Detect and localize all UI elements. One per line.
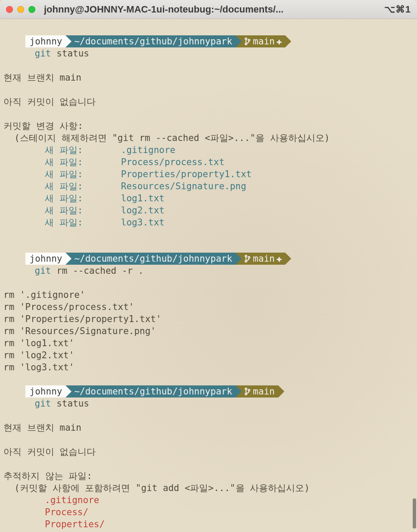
svg-point-3: [245, 255, 247, 257]
prompt-branch: main: [253, 35, 275, 47]
staged-file: [83, 157, 121, 167]
window-title: johnny@JOHNNY-MAC-1ui-noteubug:~/documen…: [44, 3, 380, 16]
staged-file: [83, 145, 121, 155]
staged-label: 새 파일:: [3, 193, 83, 203]
command-args: status: [51, 48, 90, 59]
prompt-path-segment: ~/documents/github/johnnypark: [65, 385, 236, 397]
prompt-path: ~/documents/github/johnnypark: [74, 35, 232, 47]
svg-point-5: [248, 257, 250, 258]
minimize-icon[interactable]: [17, 6, 24, 13]
output-line: 현재 브랜치 main: [3, 72, 414, 84]
staged-file: log3.txt: [121, 217, 165, 228]
git-branch-icon: [244, 38, 250, 45]
svg-point-2: [248, 39, 250, 41]
staged-label: 새 파일:: [3, 157, 83, 167]
prompt-branch-segment: main✚: [236, 35, 285, 47]
prompt-user-segment: johnny: [25, 35, 66, 47]
staged-label: 새 파일:: [3, 205, 83, 216]
svg-point-7: [245, 393, 247, 395]
git-branch-icon: [244, 255, 250, 263]
svg-point-1: [245, 43, 247, 45]
window-shortcut-label: ⌥⌘1: [384, 3, 411, 16]
prompt-user: johnny: [30, 253, 62, 265]
output-line: 아직 커밋이 없습니다: [3, 96, 414, 108]
maximize-icon[interactable]: [28, 6, 35, 13]
output-line: (커밋할 사항에 포함하려면 "git add <파일>..."을 사용하십시오…: [3, 482, 414, 494]
close-icon[interactable]: [6, 6, 13, 13]
output-line: 아직 커밋이 없습니다: [3, 446, 414, 458]
prompt-path-segment: ~/documents/github/johnnypark: [65, 253, 236, 265]
prompt-path-segment: ~/documents/github/johnnypark: [65, 35, 236, 47]
output-line: 현재 브랜치 main: [3, 422, 414, 434]
prompt-path: ~/documents/github/johnnypark: [74, 385, 232, 397]
output-line: [3, 434, 414, 446]
prompt-path: ~/documents/github/johnnypark: [74, 253, 232, 265]
command-git: git: [35, 266, 51, 276]
command-input: git rm --cached -r .: [35, 266, 144, 276]
staged-file: log2.txt: [121, 205, 165, 216]
prompt: johnny ~/documents/github/johnnypark mai…: [25, 253, 286, 265]
staged-file: [83, 217, 121, 228]
prompt: johnny ~/documents/github/johnnypark mai…: [25, 35, 286, 47]
output-line: (스테이지 해제하려면 "git rm --cached <파일>..."을 사…: [3, 132, 414, 144]
git-dirty-icon: ✚: [277, 253, 282, 265]
output-line: rm 'log3.txt': [3, 361, 414, 373]
prompt-branch: main: [253, 385, 275, 397]
output-line: [3, 228, 414, 241]
untracked-file: .gitignore: [3, 495, 99, 505]
git-dirty-icon: ✚: [277, 35, 282, 47]
output-line: [3, 458, 414, 470]
staged-label: 새 파일:: [3, 169, 83, 179]
staged-file: [83, 193, 121, 203]
prompt-branch-segment: main✚: [236, 253, 285, 265]
output-line: rm '.gitignore': [3, 289, 414, 301]
command-git: git: [35, 48, 51, 59]
prompt: johnny ~/documents/github/johnnypark mai…: [25, 385, 278, 397]
output-line: 추적하지 않는 파일:: [3, 470, 414, 482]
output-line: rm 'log1.txt': [3, 337, 414, 349]
svg-point-8: [248, 389, 250, 391]
staged-file: [83, 205, 121, 216]
command-git: git: [35, 398, 51, 409]
prompt-user-segment: johnny: [25, 253, 66, 265]
staged-label: 새 파일:: [3, 217, 83, 228]
output-line: rm 'Resources/Signature.png': [3, 325, 414, 337]
scrollbar-thumb[interactable]: [413, 498, 416, 529]
staged-file: [83, 169, 121, 179]
prompt-user: johnny: [30, 35, 62, 47]
output-line: [3, 108, 414, 120]
prompt-user-segment: johnny: [25, 385, 66, 397]
traffic-lights: [6, 6, 35, 13]
staged-file: log1.txt: [121, 193, 165, 203]
svg-point-4: [245, 260, 247, 262]
staged-label: 새 파일:: [3, 181, 83, 191]
staged-file: Resources/Signature.png: [121, 181, 246, 191]
prompt-branch: main: [253, 253, 275, 265]
untracked-file: Process/: [3, 507, 88, 517]
command-args: rm --cached -r .: [51, 266, 144, 276]
staged-file: .gitignore: [121, 145, 175, 155]
window-titlebar: johnny@JOHNNY-MAC-1ui-noteubug:~/documen…: [0, 0, 417, 19]
svg-point-0: [245, 38, 247, 40]
untracked-file: Properties/: [3, 519, 105, 529]
staged-file: Properties/property1.txt: [121, 169, 252, 179]
output-line: [3, 84, 414, 96]
terminal-viewport[interactable]: johnny ~/documents/github/johnnypark mai…: [0, 19, 417, 532]
output-line: rm 'Process/process.txt': [3, 301, 414, 313]
git-branch-icon: [244, 388, 250, 395]
staged-file: Process/process.txt: [121, 157, 224, 167]
command-input: git status: [35, 398, 89, 409]
command-args: status: [51, 398, 90, 409]
output-line: 커밋할 변경 사항:: [3, 120, 414, 132]
prompt-user: johnny: [30, 385, 62, 397]
staged-file: [83, 181, 121, 191]
prompt-branch-segment: main: [236, 385, 278, 397]
staged-label: 새 파일:: [3, 145, 83, 155]
svg-point-6: [245, 388, 247, 390]
output-line: rm 'log2.txt': [3, 349, 414, 361]
command-input: git status: [35, 48, 89, 59]
output-line: rm 'Properties/property1.txt': [3, 313, 414, 325]
